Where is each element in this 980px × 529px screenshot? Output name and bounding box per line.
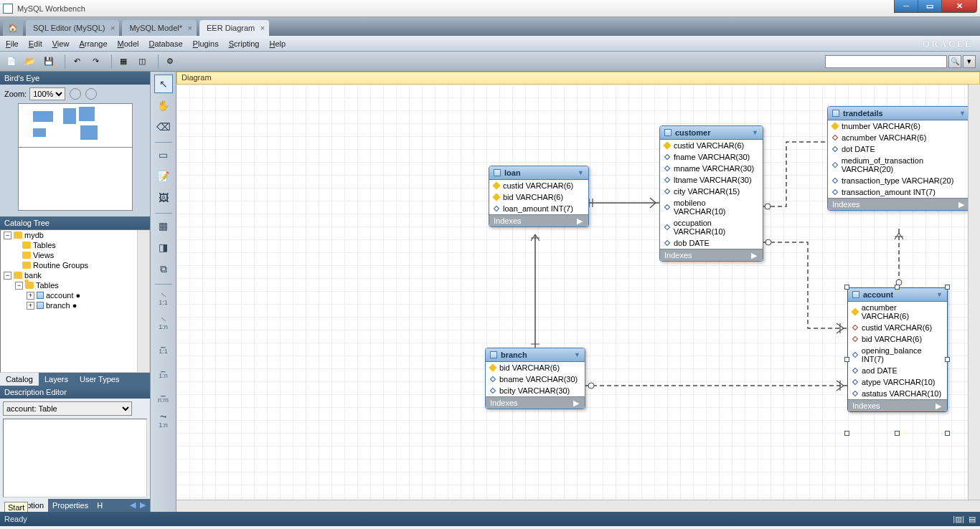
grid-toggle-button[interactable]: ▦ — [116, 54, 131, 69]
validate-button[interactable]: ⚙ — [163, 54, 177, 69]
zoom-select[interactable]: 100% — [29, 87, 65, 100]
new-routine-group-tool[interactable]: ⧉ — [154, 259, 173, 278]
menu-view[interactable]: View — [52, 39, 70, 48]
hand-tool[interactable]: ✋ — [154, 96, 173, 115]
relation-1-n-id-tool[interactable]: ⎯1:n — [154, 361, 173, 382]
selection-handle[interactable] — [945, 431, 950, 436]
subtab-catalog[interactable]: Catalog — [0, 373, 39, 386]
collapse-icon[interactable]: ▼ — [578, 169, 584, 176]
expand-icon[interactable]: ▶ — [573, 399, 579, 408]
relation-n-m-tool[interactable]: ⎯n:m — [154, 385, 173, 406]
menu-arrange[interactable]: Arrange — [79, 39, 107, 48]
expand-icon[interactable]: + — [27, 302, 34, 310]
relation-1-1-nonid-tool[interactable]: ⟍1:1 — [154, 287, 173, 309]
expand-icon[interactable]: − — [4, 232, 11, 239]
column-icon — [832, 178, 838, 184]
catalog-scrollbar[interactable] — [137, 230, 149, 372]
close-icon[interactable]: × — [188, 24, 192, 32]
selection-handle[interactable] — [844, 431, 849, 436]
redo-button[interactable]: ↷ — [88, 54, 103, 69]
expand-icon[interactable]: − — [4, 272, 11, 280]
text-tool[interactable]: 📝 — [154, 167, 173, 186]
description-selector[interactable]: account: Table — [3, 401, 132, 416]
table-loan[interactable]: loan▼ custid VARCHAR(6) bid VARCHAR(6) l… — [489, 166, 589, 227]
canvas-scrollbar-v[interactable] — [968, 85, 980, 512]
eraser-tool[interactable]: ⌫ — [154, 118, 173, 136]
expand-icon[interactable]: ▶ — [958, 200, 964, 209]
home-tab[interactable]: 🏠 — [3, 20, 23, 36]
selection-handle[interactable] — [945, 285, 950, 290]
layer-tool[interactable]: ▭ — [154, 146, 173, 164]
menu-plugins[interactable]: Plugins — [193, 39, 219, 48]
expand-icon[interactable]: ▶ — [751, 251, 757, 260]
bottom-tab-h[interactable]: H — [93, 499, 107, 512]
menu-edit[interactable]: Edit — [29, 39, 42, 48]
close-icon[interactable]: × — [260, 24, 265, 32]
collapse-icon[interactable]: ▼ — [752, 129, 758, 136]
column-icon — [494, 206, 499, 211]
relation-existing-tool[interactable]: ⤳1:n — [154, 409, 173, 431]
expand-icon[interactable]: + — [27, 292, 34, 300]
tabs-nav-right-icon[interactable]: ▶ — [140, 500, 150, 510]
folder-open-icon — [25, 282, 34, 289]
menu-help[interactable]: Help — [270, 39, 286, 48]
relation-1-1-id-tool[interactable]: ⎯1:1 — [154, 336, 173, 358]
zoom-in-button[interactable] — [70, 88, 81, 100]
relation-1-n-nonid-tool[interactable]: ⟍1:n — [154, 312, 173, 333]
search-input[interactable] — [825, 55, 947, 68]
table-icon — [664, 129, 672, 136]
open-file-button[interactable]: 📂 — [23, 54, 37, 69]
window-titlebar: MySQL Workbench ─ ▭ ✕ — [0, 0, 980, 17]
diagram-canvas[interactable]: loan▼ custid VARCHAR(6) bid VARCHAR(6) l… — [176, 85, 980, 512]
tab-eer-diagram[interactable]: EER Diagram× — [199, 20, 269, 36]
align-button[interactable]: ◫ — [135, 54, 149, 69]
window-minimize-button[interactable]: ─ — [894, 0, 918, 13]
collapse-icon[interactable]: ▼ — [936, 291, 943, 298]
new-view-tool[interactable]: ◨ — [154, 238, 173, 257]
catalog-subtabs: Catalog Layers User Types — [0, 373, 150, 386]
menu-scripting[interactable]: Scripting — [229, 39, 260, 48]
subtab-layers[interactable]: Layers — [39, 373, 74, 386]
tab-sql-editor[interactable]: SQL Editor (MySQL)× — [26, 20, 119, 36]
zoom-out-button[interactable] — [85, 88, 97, 100]
selection-handle[interactable] — [844, 357, 849, 362]
birds-eye-header: Bird's Eye — [0, 72, 150, 85]
subtab-user-types[interactable]: User Types — [74, 373, 125, 386]
selection-handle[interactable] — [895, 431, 900, 436]
menu-database[interactable]: Database — [149, 39, 182, 48]
search-options-button[interactable]: ▾ — [963, 55, 976, 68]
save-button[interactable]: 💾 — [42, 54, 56, 69]
canvas-scrollbar-h[interactable] — [176, 500, 980, 512]
bottom-tab-properties[interactable]: Properties — [48, 499, 93, 512]
selection-handle[interactable] — [844, 285, 849, 290]
table-branch[interactable]: branch▼ bid VARCHAR(6) bname VARCHAR(30)… — [485, 348, 585, 409]
tab-mysql-model[interactable]: MySQL Model*× — [122, 20, 197, 36]
window-maximize-button[interactable]: ▭ — [918, 0, 942, 13]
table-account[interactable]: account▼ acnumber VARCHAR(6) custid VARC… — [847, 287, 948, 412]
table-trandetails[interactable]: trandetails▼ tnumber VARCHAR(6) acnumber… — [827, 106, 971, 211]
selection-handle[interactable] — [945, 357, 950, 362]
expand-icon[interactable]: ▶ — [936, 401, 941, 411]
selection-handle[interactable] — [895, 285, 900, 290]
menu-file[interactable]: File — [6, 39, 19, 48]
expand-icon[interactable]: − — [15, 282, 23, 290]
pk-icon — [489, 363, 496, 371]
undo-button[interactable]: ↶ — [70, 54, 84, 69]
collapse-icon[interactable]: ▼ — [959, 110, 966, 117]
search-button[interactable]: 🔍 — [948, 55, 961, 68]
window-title: MySQL Workbench — [17, 4, 85, 13]
minimap[interactable] — [18, 103, 133, 211]
image-tool[interactable]: 🖼 — [154, 189, 173, 207]
close-icon[interactable]: × — [110, 24, 115, 32]
description-textarea[interactable] — [3, 419, 147, 497]
collapse-icon[interactable]: ▼ — [574, 351, 580, 358]
catalog-tree[interactable]: −mydb Tables Views Routine Groups −bank … — [0, 229, 150, 373]
menu-model[interactable]: Model — [118, 39, 139, 48]
table-customer[interactable]: customer▼ custid VARCHAR(6) fname VARCHA… — [659, 125, 763, 262]
expand-icon[interactable]: ▶ — [577, 216, 583, 226]
window-close-button[interactable]: ✕ — [941, 0, 977, 13]
new-file-button[interactable]: 📄 — [4, 54, 19, 69]
new-table-tool[interactable]: ▦ — [154, 216, 173, 235]
pointer-tool[interactable]: ↖ — [154, 75, 173, 93]
tabs-nav-left-icon[interactable]: ◀ — [130, 500, 140, 510]
